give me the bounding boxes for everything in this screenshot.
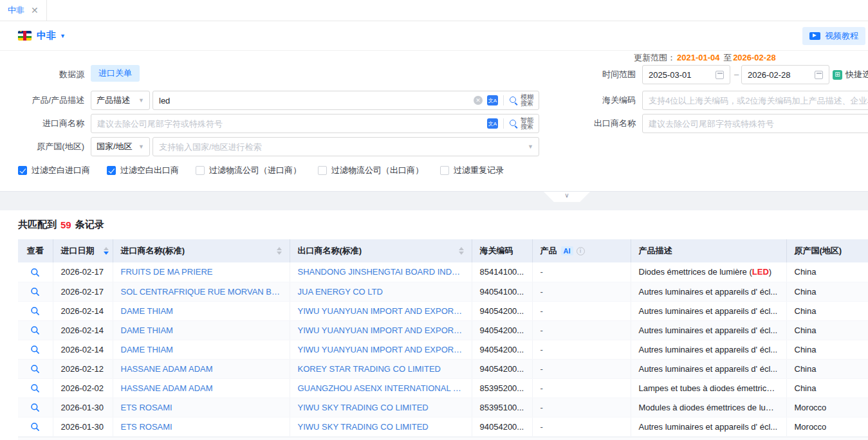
col-import-date[interactable]: 进口日期 xyxy=(53,239,113,262)
origin-label: 原产国(地区) xyxy=(18,137,84,156)
importer-name-input[interactable] xyxy=(91,119,487,129)
filter-checkbox[interactable]: 过滤物流公司（出口商） xyxy=(318,165,423,176)
datasource-import-declaration-chip[interactable]: 进口关单 xyxy=(91,65,140,82)
fuzzy-search-icon[interactable] xyxy=(509,96,519,105)
country-selector[interactable]: 中非 xyxy=(37,30,56,42)
cell-import-date: 2026-01-30 xyxy=(53,417,113,436)
cell-importer-link[interactable]: SOL CENTRAFRIQUE RUE MORVAN BAT OF... xyxy=(113,282,290,301)
view-record-button[interactable] xyxy=(18,417,53,436)
cell-importer-link[interactable]: DAME THIAM xyxy=(113,301,290,320)
cell-importer-link[interactable]: ETS ROSAMI xyxy=(113,417,290,436)
calendar-icon xyxy=(716,71,724,79)
filter-panel: 更新范围：2021-01-04 至2026-02-28 数据源 进口关单 时间范… xyxy=(0,51,868,192)
chevron-down-icon[interactable]: ▼ xyxy=(60,33,66,39)
filter-checkbox[interactable]: 过滤物流公司（进口商） xyxy=(196,165,301,176)
cell-product-desc: Autres luminaires et appareils d' écl... xyxy=(631,282,786,301)
cell-exporter-link[interactable]: YIWU SKY TRADING CO LIMITED xyxy=(290,398,472,417)
cell-exporter-link[interactable]: YIWU YUANYUAN IMPORT AND EXPORT C... xyxy=(290,340,472,359)
sort-asc-icon[interactable] xyxy=(459,247,464,250)
view-record-button[interactable] xyxy=(18,320,53,340)
date-start-input[interactable]: 2025-03-01 xyxy=(642,65,730,84)
sort-asc-icon[interactable] xyxy=(104,247,109,250)
cell-exporter-link[interactable]: YIWU SKY TRADING CO LIMITED xyxy=(290,417,472,436)
close-icon[interactable]: ✕ xyxy=(31,6,39,15)
exporter-name-input[interactable] xyxy=(643,119,868,129)
cell-hs-code: 94054200... xyxy=(472,359,532,378)
quick-select-button[interactable]: ⊞ 快捷选择 xyxy=(833,65,868,84)
checkbox-icon[interactable] xyxy=(440,166,449,175)
smart-search-button[interactable]: 智能搜索 xyxy=(521,117,533,130)
view-record-button[interactable] xyxy=(18,262,53,282)
cell-importer-link[interactable]: HASSANE ADAM ADAM xyxy=(113,378,290,398)
time-range-label: 时间范围 xyxy=(566,65,636,84)
cell-product-desc: Autres luminaires et appareils d' écl... xyxy=(631,340,786,359)
cell-origin-country: Morocco xyxy=(786,417,868,436)
cell-exporter-link[interactable]: YIWU YUANYUAN IMPORT AND EXPORT C... xyxy=(290,301,472,320)
checkbox-icon[interactable] xyxy=(318,166,327,175)
col-exporter-name[interactable]: 出口商名称(标准) xyxy=(290,239,472,262)
view-record-button[interactable] xyxy=(18,398,53,417)
central-african-republic-flag-icon: ★ xyxy=(18,31,32,41)
collapse-panel-button[interactable]: ∨ xyxy=(544,192,590,202)
cell-exporter-link[interactable]: JUA ENERGY CO LTD xyxy=(290,282,472,301)
cell-exporter-link[interactable]: GUANGZHOU ASENX INTERNATIONAL CO ... xyxy=(290,378,472,398)
sort-desc-icon-active[interactable] xyxy=(104,252,109,255)
divider xyxy=(503,95,504,105)
view-record-button[interactable] xyxy=(18,359,53,378)
checkbox-icon[interactable] xyxy=(107,166,116,175)
cell-importer-link[interactable]: DAME THIAM xyxy=(113,340,290,359)
date-end-input[interactable]: 2026-02-28 xyxy=(741,65,829,84)
cell-importer-link[interactable]: HASSANE ADAM ADAM xyxy=(113,359,290,378)
sort-control[interactable] xyxy=(104,247,109,255)
sort-desc-icon[interactable] xyxy=(459,252,464,255)
checkbox-icon[interactable] xyxy=(18,166,27,175)
video-tutorial-button[interactable]: 视频教程 xyxy=(802,27,865,45)
cell-importer-link[interactable]: FRUITS DE MA PRIERE xyxy=(113,262,290,282)
translate-icon[interactable]: 文A xyxy=(487,118,498,129)
search-magnifier-icon xyxy=(30,403,40,412)
tab-central-africa[interactable]: 中非 ✕ xyxy=(0,0,47,21)
smart-search-icon[interactable] xyxy=(509,119,519,129)
checkbox-icon[interactable] xyxy=(196,166,205,175)
cell-import-date: 2026-02-17 xyxy=(53,282,113,301)
info-icon[interactable]: i xyxy=(577,247,585,255)
product-type-select[interactable]: 产品描述▼ xyxy=(91,91,150,110)
cell-exporter-link[interactable]: YIWU YUANYUAN IMPORT AND EXPORT C... xyxy=(290,320,472,340)
chevron-down-icon: ▼ xyxy=(138,97,144,104)
cell-exporter-link[interactable]: SHANDONG JINSHENGTAI BOARD INDUST... xyxy=(290,262,472,282)
view-record-button[interactable] xyxy=(18,301,53,320)
view-record-button[interactable] xyxy=(18,340,53,359)
sort-desc-icon[interactable] xyxy=(277,252,282,255)
product-search-box: ✕ 文A 模糊搜索 xyxy=(152,91,539,110)
product-description-input[interactable] xyxy=(153,96,474,105)
sort-asc-icon[interactable] xyxy=(277,247,282,250)
col-hs-code: 海关编码 xyxy=(472,239,532,262)
clear-icon[interactable]: ✕ xyxy=(474,96,483,105)
filter-checkbox[interactable]: 过滤空白出口商 xyxy=(107,165,179,176)
hs-code-input[interactable] xyxy=(643,96,868,105)
filter-checkbox[interactable]: 过滤重复记录 xyxy=(440,165,504,176)
cell-importer-link[interactable]: DAME THIAM xyxy=(113,320,290,340)
translate-icon[interactable]: 文A xyxy=(487,95,498,105)
col-importer-name[interactable]: 进口商名称(标准) xyxy=(113,239,290,262)
cell-origin-country: China xyxy=(786,301,868,320)
cell-product: - xyxy=(532,398,631,417)
cell-hs-code: 94054100... xyxy=(472,282,532,301)
cell-exporter-link[interactable]: KOREY STAR TRADING CO LIMITED xyxy=(290,359,472,378)
view-record-button[interactable] xyxy=(18,282,53,301)
view-record-button[interactable] xyxy=(18,378,53,398)
cell-product: - xyxy=(532,282,631,301)
fuzzy-search-button[interactable]: 模糊搜索 xyxy=(521,94,533,107)
cell-product: - xyxy=(532,262,631,282)
origin-type-select[interactable]: 国家/地区▼ xyxy=(91,137,150,156)
filter-checkbox-row: 过滤空白进口商 过滤空白出口商 过滤物流公司（进口商） 过滤物流公司（出口商） … xyxy=(18,165,504,176)
origin-country-input[interactable] xyxy=(153,142,528,152)
cell-importer-link[interactable]: ETS ROSAMI xyxy=(113,398,290,417)
search-magnifier-icon xyxy=(30,306,40,316)
table-row: 2026-02-14 DAME THIAM YIWU YUANYUAN IMPO… xyxy=(18,320,868,340)
cell-product: - xyxy=(532,378,631,398)
sort-control[interactable] xyxy=(277,247,282,255)
cell-origin-country: China xyxy=(786,262,868,282)
sort-control[interactable] xyxy=(459,247,464,255)
filter-checkbox[interactable]: 过滤空白进口商 xyxy=(18,165,90,176)
